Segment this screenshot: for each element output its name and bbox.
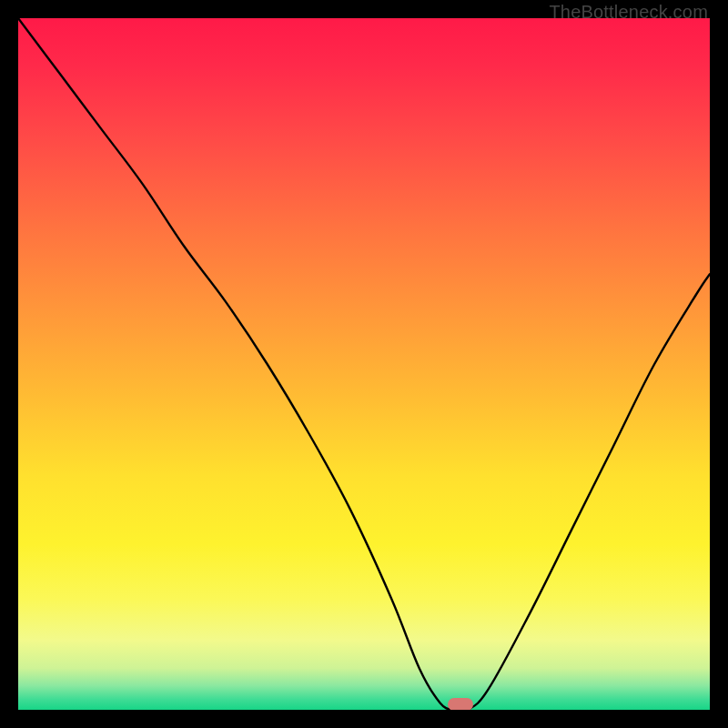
- bottleneck-curve: [18, 18, 710, 710]
- optimal-point-marker: [448, 698, 473, 710]
- plot-area: [18, 18, 710, 710]
- chart-frame: TheBottleneck.com: [0, 0, 728, 728]
- watermark-text: TheBottleneck.com: [549, 2, 708, 23]
